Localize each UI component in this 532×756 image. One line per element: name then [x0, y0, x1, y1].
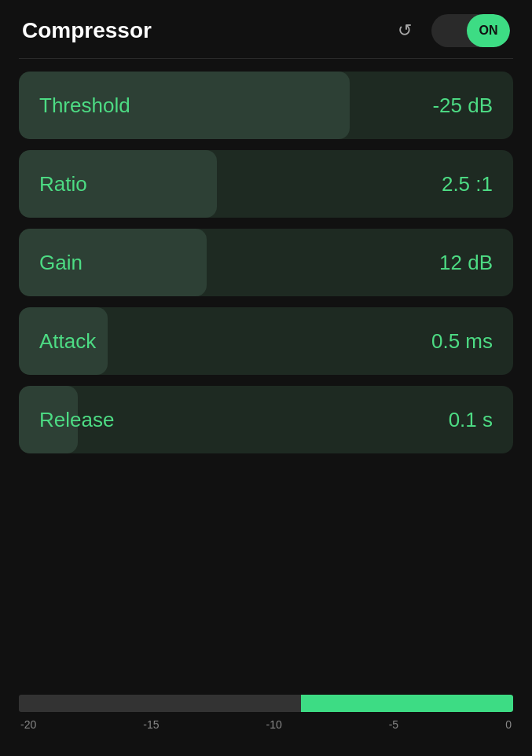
reset-button[interactable]: ↺: [391, 17, 419, 45]
slider-row-threshold[interactable]: Threshold-25 dB: [19, 72, 513, 139]
slider-label-gain: Gain: [19, 251, 439, 275]
vu-label-minus10: -10: [266, 718, 281, 731]
reset-icon: ↺: [398, 20, 412, 41]
slider-value-release: 0.1 s: [449, 408, 513, 432]
vu-label-minus20: -20: [20, 718, 36, 731]
slider-value-gain: 12 dB: [439, 251, 513, 275]
header: Compressor ↺ ON: [0, 0, 532, 58]
slider-row-gain[interactable]: Gain12 dB: [19, 229, 513, 296]
vu-label-minus15: -15: [143, 718, 159, 731]
slider-value-ratio: 2.5 :1: [442, 172, 513, 196]
slider-value-threshold: -25 dB: [432, 94, 513, 118]
slider-label-attack: Attack: [19, 329, 431, 354]
power-toggle[interactable]: ON: [431, 14, 510, 47]
slider-row-release[interactable]: Release0.1 s: [19, 386, 513, 453]
vu-label-zero: 0: [505, 718, 512, 731]
slider-row-attack[interactable]: Attack0.5 ms: [19, 307, 513, 375]
slider-label-threshold: Threshold: [19, 94, 432, 118]
header-divider: [19, 58, 513, 59]
toggle-on-indicator: ON: [467, 14, 510, 47]
sliders-container: Threshold-25 dBRatio2.5 :1Gain12 dBAttac…: [0, 72, 532, 679]
slider-value-attack: 0.5 ms: [431, 329, 513, 354]
vu-meter-fill: [301, 695, 513, 712]
vu-label-minus5: -5: [389, 718, 398, 731]
slider-row-ratio[interactable]: Ratio2.5 :1: [19, 150, 513, 218]
slider-label-release: Release: [19, 408, 449, 432]
app-title: Compressor: [22, 18, 378, 43]
vu-meter-bar: [19, 695, 513, 712]
vu-labels: -20 -15 -10 -5 0: [19, 718, 513, 731]
toggle-label: ON: [479, 24, 498, 38]
vu-section: -20 -15 -10 -5 0: [0, 695, 532, 756]
slider-label-ratio: Ratio: [19, 172, 442, 196]
